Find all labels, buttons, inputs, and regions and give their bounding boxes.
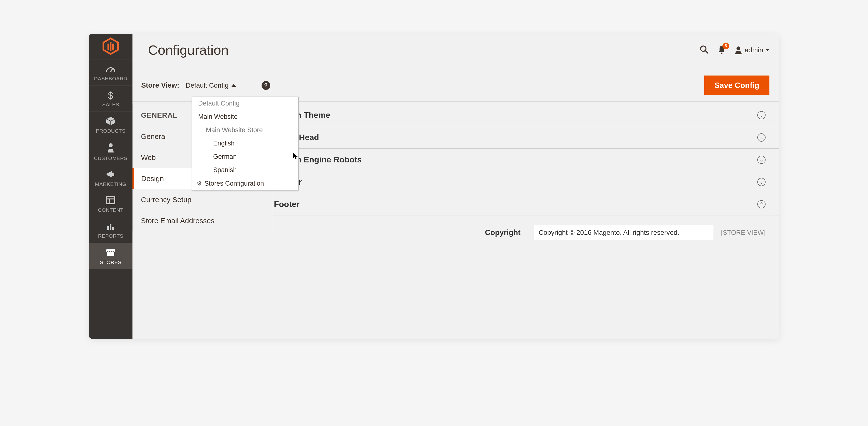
nav-label: CONTENT (89, 207, 132, 213)
nav-label: DASHBOARD (89, 76, 132, 81)
dashboard-icon (89, 65, 132, 74)
gear-icon: ⚙ (197, 180, 202, 187)
search-icon (700, 45, 709, 54)
scope-bar: Store View: Default Config ? Default Con… (132, 69, 779, 102)
header-actions: 3 admin (700, 45, 769, 55)
nav-label: SALES (89, 102, 132, 107)
nav-label: CUSTOMERS (89, 155, 132, 161)
nav-dashboard[interactable]: DASHBOARD (89, 60, 132, 86)
svg-line-1 (111, 68, 113, 72)
nav-stores[interactable]: STORES (89, 243, 132, 269)
store-icon (89, 248, 132, 258)
box-icon (89, 117, 132, 127)
scope-help-button[interactable]: ? (261, 81, 270, 90)
admin-sidebar: DASHBOARD $ SALES PRODUCTS CUSTOMERS MAR… (89, 34, 132, 339)
svg-rect-15 (107, 252, 114, 256)
app-frame: DASHBOARD $ SALES PRODUCTS CUSTOMERS MAR… (89, 34, 779, 339)
main-area: Configuration 3 admin Store View: (132, 34, 779, 339)
section-footer[interactable]: Footer ⌃ (273, 193, 779, 216)
section-design-theme[interactable]: Design Theme ⌄ (273, 104, 779, 126)
page-title: Configuration (148, 42, 228, 58)
chevron-down-icon (766, 48, 769, 52)
tab-currency-setup[interactable]: Currency Setup (132, 189, 273, 210)
nav-customers[interactable]: CUSTOMERS (89, 138, 132, 165)
copyright-input[interactable] (534, 225, 713, 240)
svg-point-6 (109, 143, 113, 147)
store-view-dropdown: Default Config Main Website Main Website… (192, 97, 299, 191)
chevron-down-icon: ⌄ (757, 178, 766, 186)
save-config-button[interactable]: Save Config (704, 75, 769, 95)
page-header: Configuration 3 admin (132, 34, 779, 69)
svg-rect-13 (110, 224, 112, 230)
nav-label: REPORTS (89, 233, 132, 239)
svg-marker-20 (766, 49, 769, 51)
magento-logo-icon (101, 37, 120, 55)
svg-marker-7 (106, 171, 112, 177)
svg-line-17 (706, 51, 708, 53)
account-menu[interactable]: admin (735, 46, 769, 54)
dropdown-option-german[interactable]: German (192, 150, 299, 163)
dropdown-option-english[interactable]: English (192, 137, 299, 150)
section-header[interactable]: Header ⌄ (273, 171, 779, 193)
config-sections: Design Theme ⌄ HTML Head ⌄ Search Engine… (273, 102, 779, 339)
nav-marketing[interactable]: MARKETING (89, 165, 132, 191)
dropdown-option-main-website-store[interactable]: Main Website Store (192, 124, 299, 137)
dropdown-option-default-config[interactable]: Default Config (192, 97, 299, 110)
store-view-current: Default Config (186, 81, 228, 89)
section-html-head[interactable]: HTML Head ⌄ (273, 126, 779, 149)
svg-point-16 (701, 46, 706, 51)
svg-point-18 (721, 53, 722, 54)
notifications-button[interactable]: 3 (718, 45, 726, 55)
arrow-up-icon (231, 84, 236, 87)
account-username: admin (745, 46, 763, 54)
nav-label: MARKETING (89, 181, 132, 187)
nav-label: PRODUCTS (89, 128, 132, 134)
store-view-label: Store View: (141, 81, 179, 89)
dropdown-stores-configuration-label: Stores Configuration (205, 180, 264, 187)
nav-label: STORES (89, 259, 132, 265)
footer-copyright-field-row: Copyright [STORE VIEW] (273, 216, 779, 242)
svg-point-19 (737, 46, 740, 51)
nav-sales[interactable]: $ SALES (89, 86, 132, 111)
bar-chart-icon (89, 222, 132, 232)
megaphone-icon (89, 170, 132, 180)
notification-count-badge: 3 (722, 42, 729, 50)
person-icon (89, 143, 132, 154)
layout-icon (89, 196, 132, 206)
chevron-down-icon: ⌄ (757, 111, 766, 119)
store-view-switcher[interactable]: Default Config (186, 81, 236, 89)
copyright-scope-label: [STORE VIEW] (721, 229, 766, 236)
dropdown-option-main-website[interactable]: Main Website (192, 110, 299, 124)
user-icon (735, 46, 742, 54)
section-title: Footer (274, 199, 300, 209)
dropdown-stores-configuration-link[interactable]: ⚙ Stores Configuration (192, 177, 299, 190)
search-button[interactable] (700, 45, 709, 55)
nav-content[interactable]: CONTENT (89, 191, 132, 217)
svg-rect-14 (113, 227, 114, 230)
svg-rect-9 (106, 197, 115, 204)
section-search-engine-robots[interactable]: Search Engine Robots ⌄ (273, 149, 779, 171)
copyright-field-label: Copyright (485, 228, 521, 237)
question-icon: ? (264, 82, 268, 89)
chevron-down-icon: ⌄ (757, 133, 766, 141)
svg-rect-8 (112, 172, 114, 176)
tab-store-email-addresses[interactable]: Store Email Addresses (132, 210, 273, 231)
dollar-icon: $ (89, 91, 132, 100)
nav-reports[interactable]: REPORTS (89, 217, 132, 243)
dropdown-option-spanish[interactable]: Spanish (192, 163, 299, 177)
nav-products[interactable]: PRODUCTS (89, 111, 132, 138)
magento-logo[interactable] (101, 34, 120, 60)
chevron-down-icon: ⌄ (757, 156, 766, 164)
svg-rect-12 (107, 226, 109, 230)
chevron-up-icon: ⌃ (757, 200, 766, 208)
